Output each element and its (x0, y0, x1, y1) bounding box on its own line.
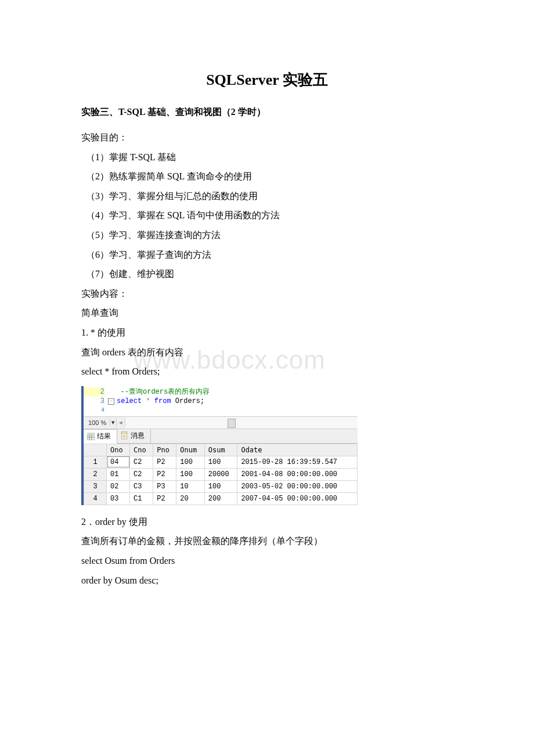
gutter-line-4: 4 (84, 406, 104, 415)
q1-a: 1. * (81, 327, 98, 337)
cell-cno[interactable]: C2 (130, 468, 153, 480)
col-cno[interactable]: Cno (130, 444, 153, 456)
scrollbar-thumb[interactable] (228, 419, 236, 428)
col-ono[interactable]: Ono (107, 444, 130, 456)
tab-results-label: 结果 (97, 431, 111, 441)
cell-ono[interactable]: 01 (107, 468, 130, 480)
subtitle-suffix: 学时） (238, 107, 266, 117)
q1-sql: select * from Orders; (81, 362, 453, 381)
q2-desc: 查询所有订单的金额，并按照金额的降序排列（单个字段） (81, 531, 453, 551)
scroll-left-icon[interactable]: ◂ (117, 419, 125, 426)
tab-messages-label: 消息 (131, 431, 145, 441)
cell-cno[interactable]: C3 (130, 480, 153, 492)
cell-pno[interactable]: P2 (153, 468, 176, 480)
results-grid-icon (87, 433, 95, 440)
q2-a: 2． (81, 517, 95, 527)
gutter-line-3: 3 (84, 397, 104, 406)
cell-pno[interactable]: P3 (153, 480, 176, 492)
q2-title: 2．order by 使用 (81, 512, 453, 532)
obj4-b: SQL (167, 210, 187, 220)
row-number[interactable]: 3 (84, 480, 107, 492)
obj2-b: SQL (167, 171, 187, 181)
table-row[interactable]: 2 01 C2 P2 100 20000 2001-04-08 00:00:00… (84, 468, 358, 480)
cell-osum[interactable]: 20000 (204, 468, 237, 480)
objective-7: （7）创建、维护视图 (81, 264, 453, 284)
subtitle-mid: 基础、查询和视图（ (147, 107, 231, 117)
row-number[interactable]: 1 (84, 456, 107, 468)
tab-results[interactable]: 结果 (84, 429, 117, 444)
line-gutter: 2 3 4 (84, 386, 108, 416)
title-cn: 实验五 (283, 71, 328, 88)
cell-cno[interactable]: C1 (130, 492, 153, 505)
cell-pno[interactable]: P2 (153, 456, 176, 468)
header-corner[interactable] (84, 444, 107, 456)
page-title: SQLServer 实验五 (81, 70, 453, 90)
row-number[interactable]: 4 (84, 492, 107, 505)
objective-5: （5）学习、掌握连接查询的方法 (81, 225, 453, 245)
sql-star: * (142, 397, 154, 405)
subtitle: 实验三、T-SQL 基础、查询和视图（2 学时） (81, 106, 453, 118)
svg-rect-5 (87, 433, 95, 435)
result-tabs: 结果 消息 (84, 429, 358, 444)
cell-ono[interactable]: 02 (107, 480, 130, 492)
col-pno[interactable]: Pno (153, 444, 176, 456)
q2-sql-2: order by Osum desc; (81, 571, 453, 591)
row-number[interactable]: 2 (84, 468, 107, 480)
objective-6: （6）学习、掌握子查询的方法 (81, 245, 453, 265)
cell-cno[interactable]: C2 (130, 456, 153, 468)
collapse-icon[interactable]: - (108, 398, 114, 405)
cell-ono[interactable]: 03 (107, 492, 130, 505)
cell-pno[interactable]: P2 (153, 492, 176, 505)
objective-3: （3）学习、掌握分组与汇总的函数的使用 (81, 186, 453, 206)
cell-odate[interactable]: 2015-09-28 16:39:59.547 (237, 456, 358, 468)
zoom-value: 100 % (84, 419, 110, 426)
cell-odate[interactable]: 2007-04-05 00:00:00.000 (237, 492, 358, 505)
table-row[interactable]: 4 03 C1 P2 20 200 2007-04-05 00:00:00.00… (84, 492, 358, 505)
table-row[interactable]: 1 04 C2 P2 100 100 2015-09-28 16:39:59.5… (84, 456, 358, 468)
cell-osum[interactable]: 200 (204, 492, 237, 505)
zoom-dropdown-icon[interactable]: ▾ (110, 419, 117, 426)
cell-osum[interactable]: 100 (204, 480, 237, 492)
subtitle-en: T-SQL (118, 107, 147, 117)
simple-query-heading: 简单查询 (81, 303, 453, 323)
q1-desc: 查询 orders 表的所有内容 (81, 343, 453, 362)
cell-onum[interactable]: 100 (176, 456, 204, 468)
obj4-a: （4）学习、掌握在 (86, 210, 167, 220)
objective-4: （4）学习、掌握在 SQL 语句中使用函数的方法 (81, 206, 453, 225)
obj1-a: （1）掌握 (86, 152, 130, 162)
col-osum[interactable]: Osum (204, 444, 237, 456)
gutter-line-2: 2 (84, 387, 104, 397)
obj1-c: 基础 (157, 152, 176, 162)
cell-onum[interactable]: 10 (176, 480, 204, 492)
title-en: SQLServer (206, 71, 283, 88)
cell-onum[interactable]: 100 (176, 468, 204, 480)
messages-icon (121, 431, 128, 440)
objective-2: （2）熟练掌握简单 SQL 查询命令的使用 (81, 167, 453, 186)
code-line-3: -select * from Orders; (108, 397, 210, 406)
cell-odate[interactable]: 2001-04-08 00:00:00.000 (237, 468, 358, 480)
obj1-b: T-SQL (130, 152, 157, 162)
subtitle-num: 2 (231, 107, 238, 117)
col-odate[interactable]: Odate (237, 444, 358, 456)
q2-sql-1: select Osum from Orders (81, 551, 453, 571)
sql-tail: Orders; (171, 397, 205, 405)
zoom-bar: 100 % ▾ ◂ (84, 416, 358, 429)
q1-b: 的使用 (98, 327, 125, 337)
header-row: Ono Cno Pno Onum Osum Odate (84, 444, 358, 456)
cell-onum[interactable]: 20 (176, 492, 204, 505)
horizontal-scrollbar[interactable] (125, 417, 358, 429)
q1-desc-b: orders (102, 347, 128, 357)
cell-odate[interactable]: 2003-05-02 00:00:00.000 (237, 480, 358, 492)
code-lines[interactable]: --查询orders表的所有内容 -select * from Orders; (108, 386, 210, 416)
tab-messages[interactable]: 消息 (117, 429, 151, 443)
cell-osum[interactable]: 100 (204, 456, 237, 468)
code-line-2: --查询orders表的所有内容 (108, 387, 210, 397)
cell-ono[interactable]: 04 (107, 456, 130, 468)
kw-from: from (154, 397, 171, 405)
results-grid[interactable]: Ono Cno Pno Onum Osum Odate 1 04 C2 P2 1 (84, 444, 358, 505)
table-row[interactable]: 3 02 C3 P3 10 100 2003-05-02 00:00:00.00… (84, 480, 358, 492)
ssms-screenshot: 2 3 4 --查询orders表的所有内容 -select * from Or… (81, 386, 358, 505)
ssms-editor: 2 3 4 --查询orders表的所有内容 -select * from Or… (84, 386, 358, 416)
col-onum[interactable]: Onum (176, 444, 204, 456)
svg-rect-7 (121, 432, 127, 434)
